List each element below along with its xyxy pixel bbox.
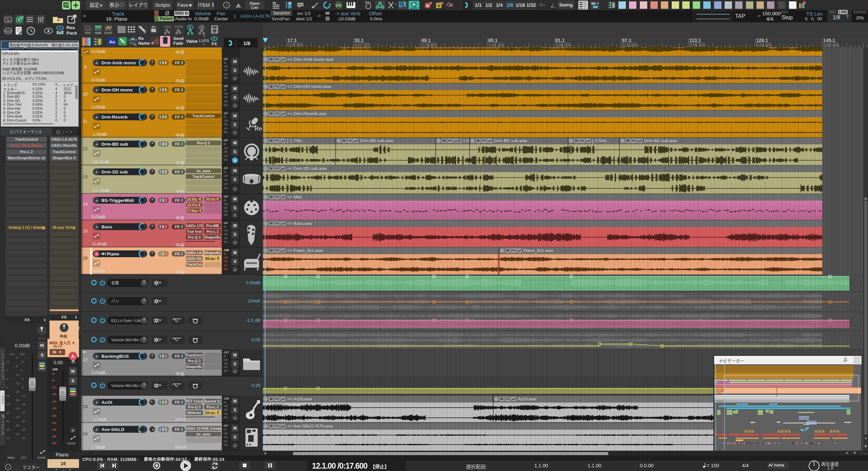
svg-text:touch: touch <box>104 31 112 35</box>
svg-text:1/8: 1/8 <box>243 40 251 46</box>
svg-text:fx: fx <box>7 18 10 22</box>
svg-text:SWS: SWS <box>5 29 12 33</box>
svg-text:i: i <box>226 3 227 8</box>
svg-text:Au: Au <box>109 39 115 44</box>
svg-text:FX: FX <box>336 3 341 7</box>
svg-text:Rev: Rev <box>255 125 262 132</box>
svg-text:ø: ø <box>72 428 74 433</box>
svg-text:M: M <box>426 4 429 8</box>
svg-text:S: S <box>437 4 440 8</box>
svg-text:1: 1 <box>21 16 23 19</box>
svg-text:PAN: PAN <box>175 25 183 28</box>
svg-text:VOL: VOL <box>164 25 172 28</box>
svg-text:i: i <box>8 465 8 469</box>
svg-text:trim: trim <box>85 31 91 35</box>
svg-text:FX: FX <box>212 42 217 46</box>
svg-text:AUTO: AUTO <box>410 7 418 9</box>
svg-text:read: read <box>95 31 101 35</box>
